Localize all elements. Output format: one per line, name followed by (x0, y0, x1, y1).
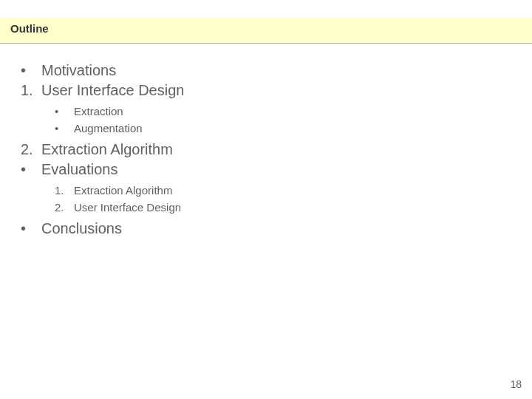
list-item-label: Extraction Algorithm (74, 183, 172, 200)
list-item-label: Evaluations (41, 160, 117, 180)
list-item-label: Motivations (41, 61, 116, 81)
bullet-icon: • (16, 62, 41, 79)
list-item-label: Augmentation (74, 120, 143, 137)
list-item-label: User Interface Design (74, 200, 181, 216)
list-item-label: Extraction Algorithm (41, 140, 173, 160)
bullet-icon: • (16, 161, 41, 178)
page-number: 18 (510, 378, 522, 390)
title-band: Outline (0, 18, 532, 44)
slide-title: Outline (10, 22, 49, 35)
bullet-icon: • (53, 122, 74, 134)
bullet-icon: • (53, 105, 74, 117)
slide: Outline • Motivations 1. User Interface … (0, 0, 532, 399)
list-marker: 2. (53, 201, 74, 214)
list-marker: 1. (16, 82, 41, 99)
outline-content: • Motivations 1. User Interface Design •… (16, 61, 184, 239)
list-item: 2. User Interface Design (53, 200, 184, 216)
list-item: 1. Extraction Algorithm (53, 183, 184, 200)
list-marker: 2. (16, 141, 41, 158)
list-item-label: Extraction (74, 103, 123, 120)
list-item-label: Conclusions (41, 219, 122, 239)
bullet-icon: • (16, 220, 41, 237)
list-item: • Evaluations (16, 160, 184, 180)
list-item-label: User Interface Design (41, 81, 184, 100)
list-marker: 1. (53, 184, 74, 197)
list-item: • Augmentation (53, 120, 184, 137)
list-item: • Extraction (53, 103, 184, 120)
list-item: • Conclusions (16, 219, 184, 239)
list-item: 1. User Interface Design (16, 81, 184, 100)
list-item: 2. Extraction Algorithm (16, 140, 184, 160)
list-item: • Motivations (16, 61, 184, 81)
